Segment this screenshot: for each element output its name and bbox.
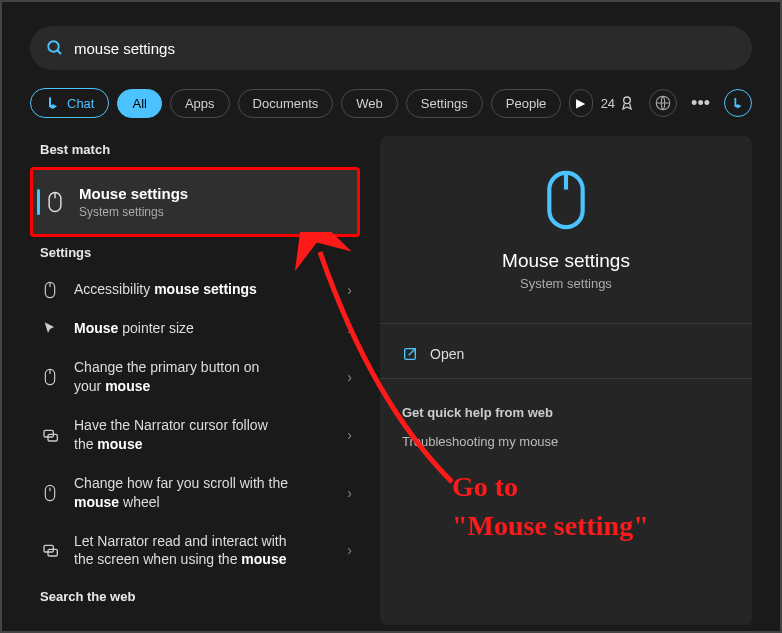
- search-icon: [46, 39, 64, 57]
- apps-chip[interactable]: Apps: [170, 89, 230, 118]
- globe-icon: [654, 94, 672, 112]
- best-match-title: Mouse settings: [79, 184, 347, 204]
- search-input[interactable]: [74, 40, 736, 57]
- settings-chip[interactable]: Settings: [406, 89, 483, 118]
- chip-label: All: [132, 96, 146, 111]
- chevron-right-icon: ›: [347, 485, 352, 501]
- svg-line-1: [57, 50, 61, 54]
- svg-point-2: [624, 97, 631, 104]
- preview-subtitle: System settings: [400, 276, 732, 291]
- chip-label: Web: [356, 96, 383, 111]
- rewards-count: 24: [601, 96, 615, 111]
- mouse-icon: [38, 281, 62, 299]
- mouse-icon: [38, 368, 62, 386]
- filter-row: Chat All Apps Documents Web Settings Peo…: [2, 88, 780, 118]
- result-narrator-follow[interactable]: Have the Narrator cursor followthe mouse…: [30, 406, 360, 464]
- cursor-icon: [38, 321, 62, 337]
- search-bar[interactable]: [30, 26, 752, 70]
- chip-label: People: [506, 96, 546, 111]
- svg-rect-11: [48, 434, 57, 441]
- bing-icon: [731, 96, 745, 110]
- result-text: Accessibility mouse settings: [74, 280, 347, 299]
- result-text: Change how far you scroll with themouse …: [74, 474, 347, 512]
- globe-icon-button[interactable]: [649, 89, 677, 117]
- best-match-subtitle: System settings: [79, 204, 347, 220]
- all-chip[interactable]: All: [117, 89, 161, 118]
- chevron-right-icon: ›: [347, 427, 352, 443]
- chip-label: Apps: [185, 96, 215, 111]
- chevron-right-icon: ›: [347, 369, 352, 385]
- narrator-icon: [38, 427, 62, 443]
- help-link-troubleshoot[interactable]: Troubleshooting my mouse: [400, 430, 732, 453]
- chip-label: Settings: [421, 96, 468, 111]
- result-pointer-size[interactable]: Mouse pointer size ›: [30, 309, 360, 348]
- open-icon: [402, 346, 418, 362]
- bing-chat-icon: [45, 95, 61, 111]
- result-narrator-read[interactable]: Let Narrator read and interact withthe s…: [30, 522, 360, 580]
- result-text: Mouse pointer size: [74, 319, 347, 338]
- help-header: Get quick help from web: [402, 405, 732, 420]
- more-chip[interactable]: ▶: [569, 89, 592, 117]
- open-label: Open: [430, 346, 464, 362]
- chevron-right-icon: ›: [347, 282, 352, 298]
- mouse-icon: [38, 484, 62, 502]
- preview-panel: Mouse settings System settings Open Get …: [380, 136, 752, 625]
- chat-chip[interactable]: Chat: [30, 88, 109, 118]
- chevron-right-icon: ›: [347, 321, 352, 337]
- web-chip[interactable]: Web: [341, 89, 398, 118]
- mouse-large-icon: [541, 168, 591, 232]
- chip-label: Documents: [253, 96, 319, 111]
- best-match-item[interactable]: Mouse settings System settings: [30, 167, 360, 237]
- narrator-icon: [38, 542, 62, 558]
- open-action[interactable]: Open: [400, 338, 732, 370]
- result-primary-button[interactable]: Change the primary button onyour mouse ›: [30, 348, 360, 406]
- search-web-header: Search the web: [40, 589, 360, 604]
- settings-header: Settings: [40, 245, 360, 260]
- more-options-button[interactable]: •••: [691, 93, 710, 114]
- header-right-icons: 24 •••: [601, 89, 752, 117]
- divider: [380, 323, 752, 324]
- result-text: Have the Narrator cursor followthe mouse: [74, 416, 347, 454]
- divider: [380, 378, 752, 379]
- preview-title: Mouse settings: [400, 250, 732, 272]
- chevron-right-icon: ›: [347, 542, 352, 558]
- results-column: Best match Mouse settings System setting…: [30, 136, 360, 625]
- documents-chip[interactable]: Documents: [238, 89, 334, 118]
- svg-rect-12: [45, 485, 54, 500]
- result-scroll-wheel[interactable]: Change how far you scroll with themouse …: [30, 464, 360, 522]
- rewards-counter[interactable]: 24: [601, 95, 635, 111]
- chip-label: Chat: [67, 96, 94, 111]
- result-text: Let Narrator read and interact withthe s…: [74, 532, 347, 570]
- best-match-text: Mouse settings System settings: [79, 184, 347, 220]
- mouse-icon: [43, 191, 67, 213]
- result-accessibility-mouse[interactable]: Accessibility mouse settings ›: [30, 270, 360, 309]
- people-chip[interactable]: People: [491, 89, 561, 118]
- bing-icon-button[interactable]: [724, 89, 752, 117]
- result-text: Change the primary button onyour mouse: [74, 358, 347, 396]
- best-match-header: Best match: [40, 142, 360, 157]
- svg-point-0: [48, 41, 59, 52]
- rewards-icon: [619, 95, 635, 111]
